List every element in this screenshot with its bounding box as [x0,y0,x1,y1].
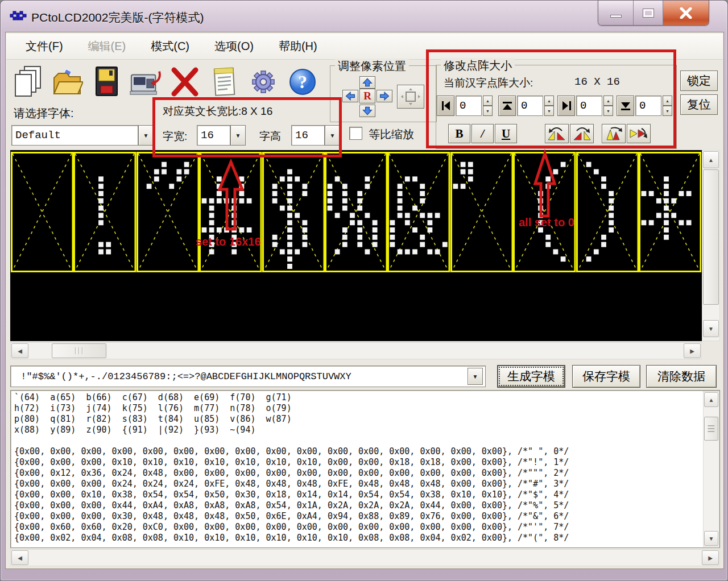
flip-horizontal-button[interactable] [627,124,651,143]
trim-right-button[interactable] [557,96,575,116]
menu-mode[interactable]: 模式(C) [142,35,198,57]
scroll-right-button[interactable]: ▶ [684,343,701,358]
new-document-button[interactable] [11,63,44,101]
maximize-button[interactable] [634,1,663,25]
center-reset-button[interactable]: R [359,89,375,103]
scale-checkbox[interactable] [349,127,362,140]
spin-down-icon[interactable]: ▼ [483,106,493,116]
matrix-size-title: 修改点阵大小 [441,58,515,73]
trim-right-spinner[interactable]: ▲▼ [603,96,613,116]
char-string-input[interactable] [11,371,468,383]
bold-button[interactable]: B [448,124,470,143]
trim-top-spinner[interactable]: ▲▼ [544,96,554,116]
glyph-cell[interactable] [11,152,73,272]
title-bar[interactable]: PCtoLCD2002完美版-(字符模式) [1,1,727,32]
move-down-button[interactable] [359,105,375,117]
spin-down-icon[interactable]: ▼ [544,106,554,116]
generate-font-button[interactable]: 生成字模 [497,365,565,388]
glyph-cell[interactable] [513,152,576,272]
menu-file[interactable]: 文件(F) [16,35,72,57]
underline-button[interactable]: U [495,124,517,143]
char-height-dropdown-button[interactable]: ▼ [325,125,340,146]
bottom-limit-icon [620,100,631,111]
output-vertical-scrollbar[interactable]: ▲ ▼ [703,391,719,547]
menu-edit: 编辑(E) [79,35,135,57]
export-save-button[interactable] [129,63,162,101]
minimize-button[interactable] [598,1,634,25]
spin-down-icon[interactable]: ▼ [603,106,613,116]
menu-help[interactable]: 帮助(H) [270,35,326,57]
scroll-up-button[interactable]: ▲ [704,392,718,407]
glyph-cell[interactable] [73,152,136,272]
glyph-cell[interactable] [387,152,450,272]
char-width-combo[interactable]: 16 ▼ [197,125,246,146]
scrollbar-thumb[interactable] [52,343,106,358]
open-file-button[interactable] [51,63,84,101]
trim-bottom-button[interactable] [617,96,634,116]
scroll-up-button[interactable]: ▲ [703,151,719,168]
font-data-output[interactable]: `(64) a(65) b(66) c(67) d(68) e(69) f(70… [10,390,720,548]
italic-button[interactable]: / [471,124,494,143]
trim-bottom-spinner[interactable]: ▲▼ [663,96,672,116]
char-string-dropdown-button[interactable]: ▼ [468,368,483,385]
spin-up-icon[interactable]: ▲ [483,96,493,106]
close-button[interactable] [663,1,709,25]
trim-bottom-field[interactable]: 0 [635,96,661,116]
scroll-right-button[interactable]: ▶ [702,550,719,565]
scroll-left-button[interactable]: ◀ [11,343,28,358]
scroll-right-icon: ▶ [708,555,713,561]
char-width-dropdown-button[interactable]: ▼ [230,125,246,146]
glyph-preview-area[interactable] [10,150,702,341]
trim-left-spinner[interactable]: ▲▼ [483,96,493,116]
save-font-button[interactable]: 保存字模 [572,365,640,388]
move-right-button[interactable] [377,90,392,102]
settings-button[interactable] [247,63,280,101]
move-up-button[interactable] [359,76,375,89]
preview-vertical-scrollbar[interactable]: ▲ ▼ [702,150,720,341]
char-width-label: 字宽: [163,129,187,144]
scrollbar-thumb[interactable] [704,417,718,441]
glyph-cell[interactable] [325,152,387,272]
reset-button[interactable]: 复位 [680,94,718,115]
trim-right-field[interactable]: 0 [576,96,602,116]
fit-center-button[interactable] [397,85,424,109]
trim-top-field[interactable]: 0 [517,96,543,116]
font-select-dropdown-button[interactable]: ▼ [138,125,154,146]
trim-left-button[interactable] [437,96,454,116]
clear-data-button[interactable]: 清除数据 [646,365,717,388]
flip-vertical-button[interactable] [602,124,626,143]
trim-left-field[interactable]: 0 [456,96,482,116]
help-button[interactable]: ? [286,63,319,101]
delete-button[interactable] [168,63,201,101]
spin-down-icon[interactable]: ▼ [663,106,672,116]
rotate-left-button[interactable] [545,124,569,143]
char-string-combo[interactable]: ▼ [10,366,486,387]
glyph-cell[interactable] [639,152,701,272]
char-height-combo[interactable]: 16 ▼ [291,125,340,146]
toolbar: ? [11,63,319,101]
glyph-cell[interactable] [576,152,639,272]
scroll-down-button[interactable]: ▼ [704,531,718,546]
glyph-cell[interactable] [450,152,513,272]
lock-button[interactable]: 锁定 [680,70,718,91]
glyph-cell[interactable] [136,152,199,272]
scroll-down-button[interactable]: ▼ [703,320,719,337]
scroll-down-icon: ▼ [709,536,714,542]
report-button[interactable] [208,63,241,101]
font-select-combo[interactable]: Default ▼ [11,125,154,146]
glyph-cell[interactable] [199,152,262,272]
spin-up-icon[interactable]: ▲ [603,96,613,106]
trim-top-button[interactable] [498,96,516,116]
move-left-button[interactable] [342,90,358,102]
scrollbar-thumb[interactable] [703,169,719,305]
output-horizontal-scrollbar[interactable]: ◀ ▶ [10,549,720,566]
maximize-icon [643,9,653,17]
spin-up-icon[interactable]: ▲ [663,96,672,106]
preview-horizontal-scrollbar[interactable]: ◀ ▶ [10,342,702,359]
menu-options[interactable]: 选项(O) [205,35,263,57]
glyph-cell[interactable] [262,152,325,272]
rotate-right-button[interactable] [570,124,594,143]
scroll-left-button[interactable]: ◀ [11,550,28,565]
save-button[interactable] [90,63,123,101]
spin-up-icon[interactable]: ▲ [544,96,554,106]
